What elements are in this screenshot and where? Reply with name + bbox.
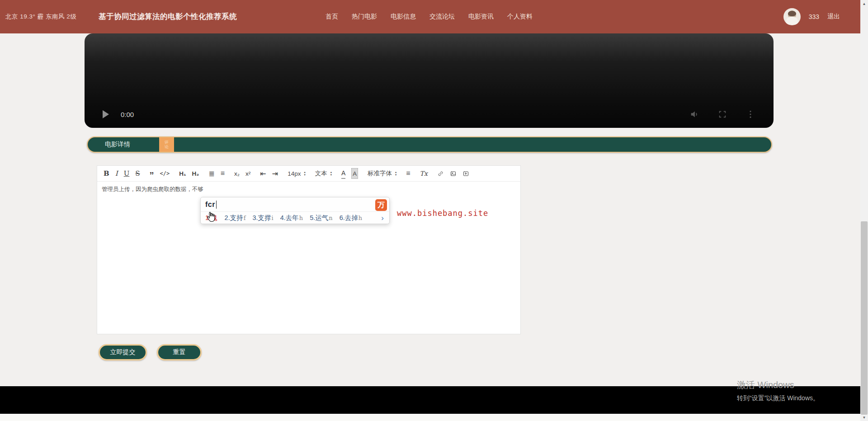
editor-toolbar: B I U S ” </> H₁ H₂ ≣ ≡ x₂ x² ⇤ ⇥ 14px ▴… (97, 166, 520, 182)
ime-typed-text: fcr (205, 201, 215, 209)
scrollbar-up-arrow-icon[interactable]: ▲ (860, 0, 868, 7)
ime-logo-icon[interactable]: 万 (375, 199, 387, 211)
outdent-icon[interactable]: ⇤ (260, 168, 266, 179)
highlight-color-icon[interactable]: A (351, 168, 358, 179)
font-color-icon[interactable]: A (341, 168, 345, 179)
navbar-right: 333 退出 (783, 0, 840, 33)
ime-candidate-2[interactable]: 2.支持f (225, 214, 246, 222)
tab-movie-detail[interactable]: 电影详情 (88, 140, 130, 149)
updown-arrows-icon: ▴▾ (395, 171, 396, 176)
tab-comment[interactable]: 评论 (159, 137, 174, 152)
image-icon[interactable] (450, 168, 457, 179)
ime-candidate-3[interactable]: 3.支撑i (253, 214, 274, 222)
heading2-icon[interactable]: H₂ (192, 168, 199, 179)
nav-item-movie-news[interactable]: 电影资讯 (468, 13, 494, 21)
reset-button[interactable]: 重置 (157, 344, 202, 360)
fullscreen-icon[interactable] (717, 109, 727, 119)
text-caret (216, 201, 217, 209)
play-icon[interactable] (103, 110, 109, 118)
volume-icon[interactable] (689, 109, 699, 119)
video-embed-icon[interactable] (462, 168, 469, 179)
code-icon[interactable]: </> (160, 168, 170, 179)
font-family-value: 标准字体 (368, 169, 392, 178)
windows-watermark-line2: 转到“设置”以激活 Windows。 (737, 394, 819, 402)
ime-candidate-6[interactable]: 6.去掉h (340, 214, 362, 222)
bold-icon[interactable]: B (104, 168, 109, 179)
detail-tabbar: 电影详情 评论 (87, 136, 772, 153)
nav-item-movie-info[interactable]: 电影信息 (391, 13, 416, 21)
username[interactable]: 333 (809, 13, 819, 20)
clear-format-icon[interactable]: Tx (420, 168, 428, 179)
weather-info: 北京 19.3° 霾 东南风 2级 (5, 0, 76, 33)
ime-candidate-5[interactable]: 5.运气n (310, 214, 332, 222)
ime-next-page-icon[interactable]: › (381, 214, 385, 223)
kebab-menu-icon[interactable] (745, 109, 755, 119)
logout-link[interactable]: 退出 (827, 13, 840, 21)
nav-item-hot-movies[interactable]: 热门电影 (352, 13, 377, 21)
updown-arrows-icon: ▴▾ (330, 171, 332, 176)
submit-button[interactable]: 立即提交 (99, 344, 147, 360)
font-size-value: 14px (288, 170, 301, 177)
footer-band (0, 386, 860, 414)
paragraph-format-select[interactable]: 文本 ▴▾ (315, 168, 332, 179)
indent-icon[interactable]: ⇥ (272, 168, 278, 179)
video-controls: 0:00 (103, 108, 755, 121)
subscript-icon[interactable]: x₂ (234, 168, 240, 179)
link-icon[interactable] (437, 168, 444, 179)
below-footer-strip (0, 414, 860, 421)
ime-candidate-1[interactable]: 1.魂 (205, 214, 218, 222)
site-watermark-url: www.bishebang.site (397, 209, 488, 218)
tab-comment-label: 评论 (164, 140, 170, 149)
unordered-list-icon[interactable]: ≡ (221, 168, 225, 179)
heading1-icon[interactable]: H₁ (179, 168, 186, 179)
strikethrough-icon[interactable]: S (135, 168, 140, 179)
user-avatar[interactable] (783, 8, 801, 25)
nav-item-forum[interactable]: 交流论坛 (429, 13, 455, 21)
font-family-select[interactable]: 标准字体 ▴▾ (368, 168, 396, 179)
video-time: 0:00 (121, 111, 134, 118)
page: 北京 19.3° 霾 东南风 2级 基于协同过滤算法的电影个性化推荐系统 首页 … (0, 0, 868, 421)
superscript-icon[interactable]: x² (245, 168, 250, 179)
line-height-icon[interactable]: ≡ (406, 168, 410, 179)
ime-candidates: 1.魂 2.支持f 3.支撑i 4.去年h 5.运气n 6.去掉h › (201, 212, 389, 224)
comment-editor: B I U S ” </> H₁ H₂ ≣ ≡ x₂ x² ⇤ ⇥ 14px ▴… (97, 165, 521, 334)
scrollbar-down-arrow-icon[interactable]: ▼ (860, 414, 868, 421)
underline-icon[interactable]: U (124, 168, 130, 179)
ime-input-row: fcr (201, 197, 389, 212)
blockquote-icon[interactable]: ” (150, 168, 154, 179)
paragraph-format-value: 文本 (315, 169, 327, 178)
ordered-list-icon[interactable]: ≣ (208, 168, 214, 179)
nav-item-profile[interactable]: 个人资料 (507, 13, 533, 21)
windows-watermark-line1: 激活 Windows (737, 379, 819, 391)
vertical-scrollbar[interactable]: ▲ ▼ (860, 0, 868, 421)
italic-icon[interactable]: I (115, 168, 118, 179)
main-nav: 首页 热门电影 电影信息 交流论坛 电影资讯 个人资料 (326, 0, 533, 33)
font-size-select[interactable]: 14px ▴▾ (288, 168, 306, 179)
site-title: 基于协同过滤算法的电影个性化推荐系统 (99, 0, 237, 33)
updown-arrows-icon: ▴▾ (304, 171, 305, 176)
ime-popup: fcr 万 1.魂 2.支持f 3.支撑i 4.去年h 5.运气n 6.去掉h … (200, 197, 390, 224)
top-navbar: 北京 19.3° 霾 东南风 2级 基于协同过滤算法的电影个性化推荐系统 首页 … (0, 0, 860, 33)
ime-candidate-4[interactable]: 4.去年h (280, 214, 303, 222)
scrollbar-thumb[interactable] (861, 221, 868, 415)
video-player[interactable]: 0:00 (85, 33, 774, 128)
windows-activation-watermark: 激活 Windows 转到“设置”以激活 Windows。 (737, 379, 819, 402)
nav-item-home[interactable]: 首页 (326, 13, 338, 21)
